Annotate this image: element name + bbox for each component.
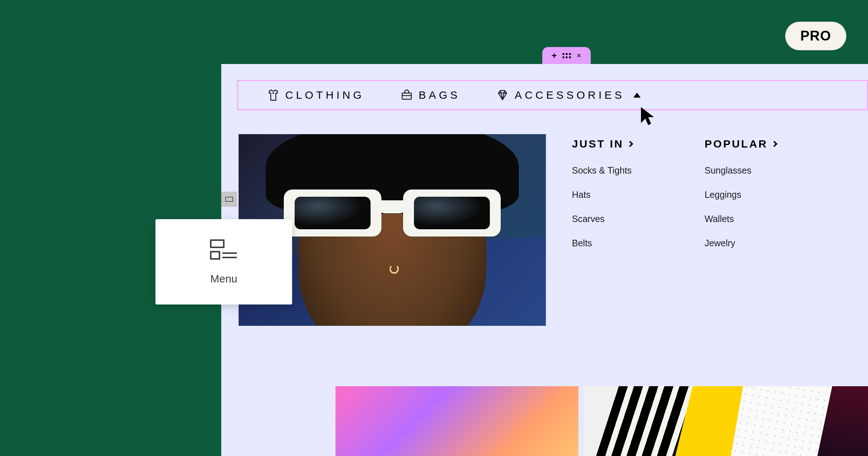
nav-item-accessories[interactable]: ACCESSORIES bbox=[496, 89, 641, 101]
section-tab[interactable]: + × bbox=[542, 47, 591, 64]
drag-handle-icon[interactable] bbox=[563, 53, 571, 58]
pro-badge: PRO bbox=[785, 22, 846, 50]
column-heading-just-in[interactable]: JUST IN bbox=[572, 138, 632, 150]
product-tile-gradient[interactable] bbox=[335, 386, 578, 456]
svg-rect-7 bbox=[211, 252, 219, 259]
frame-resize-handle[interactable] bbox=[221, 192, 237, 207]
menu-link[interactable]: Sunglasses bbox=[705, 165, 777, 176]
menu-widget-card[interactable]: Menu bbox=[155, 219, 292, 304]
menu-link[interactable]: Wallets bbox=[705, 214, 777, 224]
nav-label: CLOTHING bbox=[285, 89, 364, 101]
column-heading-label: JUST IN bbox=[572, 138, 624, 150]
mega-column-popular: POPULAR Sunglasses Leggings Wallets Jewe… bbox=[705, 138, 777, 262]
nav-item-clothing[interactable]: CLOTHING bbox=[267, 89, 364, 101]
chevron-right-icon bbox=[771, 141, 777, 147]
cursor-icon bbox=[639, 106, 657, 126]
shirt-icon bbox=[267, 89, 279, 101]
nav-label: ACCESSORIES bbox=[514, 89, 625, 101]
menu-widget-label: Menu bbox=[210, 273, 237, 285]
nav-bar: CLOTHING BAGS ACCESSORIES bbox=[237, 80, 868, 110]
bag-icon bbox=[401, 89, 413, 101]
column-heading-label: POPULAR bbox=[705, 138, 768, 150]
svg-rect-1 bbox=[402, 93, 411, 99]
diamond-icon bbox=[496, 89, 509, 101]
menu-link[interactable]: Belts bbox=[572, 238, 632, 248]
svg-rect-6 bbox=[211, 240, 224, 247]
chevron-right-icon bbox=[627, 141, 633, 147]
menu-widget-icon bbox=[209, 239, 238, 262]
pro-badge-label: PRO bbox=[800, 28, 831, 43]
product-tile-shoe[interactable] bbox=[584, 386, 868, 456]
nav-item-bags[interactable]: BAGS bbox=[401, 89, 460, 101]
add-icon[interactable]: + bbox=[552, 51, 557, 61]
svg-point-0 bbox=[273, 93, 274, 93]
menu-link[interactable]: Socks & Tights bbox=[572, 165, 632, 176]
menu-link[interactable]: Leggings bbox=[705, 189, 777, 200]
rectangle-icon bbox=[225, 197, 233, 202]
menu-link[interactable]: Hats bbox=[572, 189, 632, 200]
caret-up-icon bbox=[633, 93, 641, 98]
nav-label: BAGS bbox=[419, 89, 460, 101]
mega-column-just-in: JUST IN Socks & Tights Hats Scarves Belt… bbox=[572, 138, 632, 262]
close-icon[interactable]: × bbox=[577, 51, 581, 60]
menu-link[interactable]: Scarves bbox=[572, 214, 632, 224]
mega-menu-columns: JUST IN Socks & Tights Hats Scarves Belt… bbox=[572, 138, 777, 262]
menu-link[interactable]: Jewelry bbox=[705, 238, 777, 248]
column-heading-popular[interactable]: POPULAR bbox=[705, 138, 777, 150]
